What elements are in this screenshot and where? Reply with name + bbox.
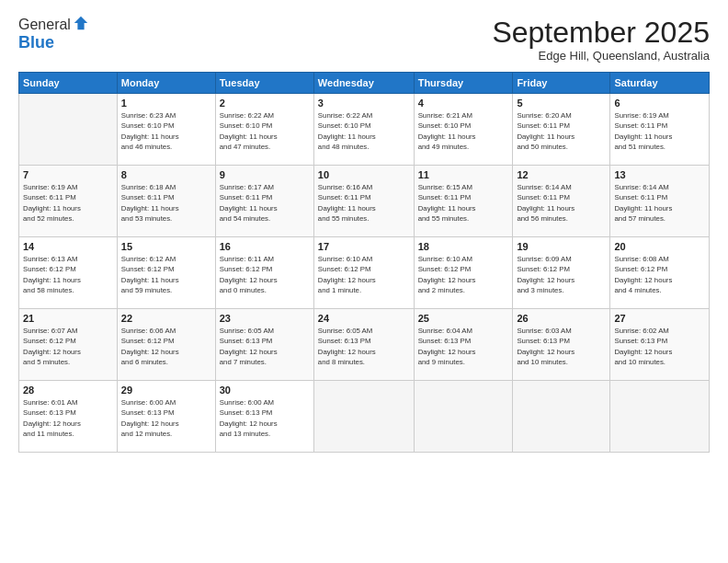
day-info: Sunrise: 6:07 AMSunset: 6:12 PMDaylight:… [23, 326, 113, 367]
header: General Blue September 2025 Edge Hill, Q… [18, 17, 710, 63]
day-info: Sunrise: 6:20 AMSunset: 6:11 PMDaylight:… [517, 110, 606, 152]
calendar-cell [19, 94, 118, 166]
day-number: 9 [220, 169, 310, 180]
day-number: 10 [318, 169, 410, 180]
day-number: 25 [418, 313, 509, 324]
week-row-1: 1Sunrise: 6:23 AMSunset: 6:10 PMDaylight… [19, 94, 710, 166]
calendar-cell: 17Sunrise: 6:10 AMSunset: 6:12 PMDayligh… [313, 237, 414, 309]
logo-general-text: General [18, 17, 71, 33]
calendar-cell: 23Sunrise: 6:05 AMSunset: 6:13 PMDayligh… [215, 309, 313, 381]
day-number: 24 [318, 313, 410, 324]
calendar-cell: 27Sunrise: 6:02 AMSunset: 6:13 PMDayligh… [610, 309, 710, 381]
day-info: Sunrise: 6:19 AMSunset: 6:11 PMDaylight:… [614, 110, 705, 152]
day-number: 30 [220, 385, 310, 396]
day-number: 12 [517, 169, 606, 180]
day-number: 6 [614, 98, 705, 109]
day-number: 19 [517, 241, 606, 252]
weekday-header-thursday: Thursday [414, 73, 513, 94]
day-number: 14 [23, 241, 113, 252]
calendar-cell: 18Sunrise: 6:10 AMSunset: 6:12 PMDayligh… [414, 237, 513, 309]
day-number: 3 [318, 98, 410, 109]
weekday-header-saturday: Saturday [610, 73, 710, 94]
calendar-table: SundayMondayTuesdayWednesdayThursdayFrid… [18, 72, 710, 453]
day-number: 7 [23, 169, 113, 180]
calendar-cell [313, 381, 414, 453]
day-number: 16 [220, 241, 310, 252]
calendar-cell: 16Sunrise: 6:11 AMSunset: 6:12 PMDayligh… [215, 237, 313, 309]
week-row-3: 14Sunrise: 6:13 AMSunset: 6:12 PMDayligh… [19, 237, 710, 309]
calendar-cell: 15Sunrise: 6:12 AMSunset: 6:12 PMDayligh… [117, 237, 215, 309]
day-number: 21 [23, 313, 113, 324]
day-info: Sunrise: 6:18 AMSunset: 6:11 PMDaylight:… [121, 182, 211, 224]
day-info: Sunrise: 6:14 AMSunset: 6:11 PMDaylight:… [614, 182, 705, 224]
day-info: Sunrise: 6:21 AMSunset: 6:10 PMDaylight:… [418, 110, 509, 152]
weekday-header-row: SundayMondayTuesdayWednesdayThursdayFrid… [19, 73, 710, 94]
day-number: 8 [121, 169, 211, 180]
logo-icon [73, 15, 89, 31]
weekday-header-friday: Friday [513, 73, 610, 94]
weekday-header-monday: Monday [117, 73, 215, 94]
day-number: 18 [418, 241, 509, 252]
day-number: 2 [220, 98, 310, 109]
day-info: Sunrise: 6:00 AMSunset: 6:13 PMDaylight:… [220, 397, 310, 439]
calendar-cell: 24Sunrise: 6:05 AMSunset: 6:13 PMDayligh… [313, 309, 414, 381]
calendar-cell: 19Sunrise: 6:09 AMSunset: 6:12 PMDayligh… [513, 237, 610, 309]
day-info: Sunrise: 6:12 AMSunset: 6:12 PMDaylight:… [121, 254, 211, 295]
calendar-cell [414, 381, 513, 453]
calendar-cell: 12Sunrise: 6:14 AMSunset: 6:11 PMDayligh… [513, 166, 610, 237]
calendar-cell: 2Sunrise: 6:22 AMSunset: 6:10 PMDaylight… [215, 94, 313, 166]
calendar-cell: 13Sunrise: 6:14 AMSunset: 6:11 PMDayligh… [610, 166, 710, 237]
calendar-cell: 5Sunrise: 6:20 AMSunset: 6:11 PMDaylight… [513, 94, 610, 166]
logo-blue-text: Blue [18, 33, 54, 52]
day-info: Sunrise: 6:02 AMSunset: 6:13 PMDaylight:… [614, 326, 705, 367]
day-info: Sunrise: 6:08 AMSunset: 6:12 PMDaylight:… [614, 254, 705, 295]
day-info: Sunrise: 6:22 AMSunset: 6:10 PMDaylight:… [220, 110, 310, 152]
calendar-cell [610, 381, 710, 453]
calendar-cell: 26Sunrise: 6:03 AMSunset: 6:13 PMDayligh… [513, 309, 610, 381]
calendar-cell: 25Sunrise: 6:04 AMSunset: 6:13 PMDayligh… [414, 309, 513, 381]
day-info: Sunrise: 6:10 AMSunset: 6:12 PMDaylight:… [318, 254, 410, 295]
day-number: 20 [614, 241, 705, 252]
calendar-cell: 21Sunrise: 6:07 AMSunset: 6:12 PMDayligh… [19, 309, 118, 381]
day-number: 28 [23, 385, 113, 396]
day-info: Sunrise: 6:04 AMSunset: 6:13 PMDaylight:… [418, 326, 509, 367]
day-info: Sunrise: 6:22 AMSunset: 6:10 PMDaylight:… [318, 110, 410, 152]
week-row-5: 28Sunrise: 6:01 AMSunset: 6:13 PMDayligh… [19, 381, 710, 453]
calendar-cell: 14Sunrise: 6:13 AMSunset: 6:12 PMDayligh… [19, 237, 118, 309]
day-info: Sunrise: 6:16 AMSunset: 6:11 PMDaylight:… [318, 182, 410, 224]
day-number: 26 [517, 313, 606, 324]
day-info: Sunrise: 6:14 AMSunset: 6:11 PMDaylight:… [517, 182, 606, 224]
day-info: Sunrise: 6:19 AMSunset: 6:11 PMDaylight:… [23, 182, 113, 224]
week-row-4: 21Sunrise: 6:07 AMSunset: 6:12 PMDayligh… [19, 309, 710, 381]
calendar-cell: 7Sunrise: 6:19 AMSunset: 6:11 PMDaylight… [19, 166, 118, 237]
day-info: Sunrise: 6:23 AMSunset: 6:10 PMDaylight:… [121, 110, 211, 152]
day-info: Sunrise: 6:03 AMSunset: 6:13 PMDaylight:… [517, 326, 606, 367]
calendar-cell: 28Sunrise: 6:01 AMSunset: 6:13 PMDayligh… [19, 381, 118, 453]
day-info: Sunrise: 6:06 AMSunset: 6:12 PMDaylight:… [121, 326, 211, 367]
calendar-cell: 6Sunrise: 6:19 AMSunset: 6:11 PMDaylight… [610, 94, 710, 166]
week-row-2: 7Sunrise: 6:19 AMSunset: 6:11 PMDaylight… [19, 166, 710, 237]
weekday-header-wednesday: Wednesday [313, 73, 414, 94]
calendar-cell: 20Sunrise: 6:08 AMSunset: 6:12 PMDayligh… [610, 237, 710, 309]
day-info: Sunrise: 6:15 AMSunset: 6:11 PMDaylight:… [418, 182, 509, 224]
month-title: September 2025 [492, 17, 710, 49]
calendar-cell: 9Sunrise: 6:17 AMSunset: 6:11 PMDaylight… [215, 166, 313, 237]
svg-marker-0 [74, 17, 87, 29]
calendar-cell [513, 381, 610, 453]
day-info: Sunrise: 6:11 AMSunset: 6:12 PMDaylight:… [220, 254, 310, 295]
location: Edge Hill, Queensland, Australia [492, 49, 710, 63]
day-number: 1 [121, 98, 211, 109]
day-number: 23 [220, 313, 310, 324]
day-number: 4 [418, 98, 509, 109]
day-number: 11 [418, 169, 509, 180]
day-info: Sunrise: 6:17 AMSunset: 6:11 PMDaylight:… [220, 182, 310, 224]
calendar-cell: 4Sunrise: 6:21 AMSunset: 6:10 PMDaylight… [414, 94, 513, 166]
day-number: 15 [121, 241, 211, 252]
calendar-cell: 3Sunrise: 6:22 AMSunset: 6:10 PMDaylight… [313, 94, 414, 166]
day-info: Sunrise: 6:13 AMSunset: 6:12 PMDaylight:… [23, 254, 113, 295]
day-number: 5 [517, 98, 606, 109]
calendar-cell: 30Sunrise: 6:00 AMSunset: 6:13 PMDayligh… [215, 381, 313, 453]
weekday-header-tuesday: Tuesday [215, 73, 313, 94]
calendar-cell: 10Sunrise: 6:16 AMSunset: 6:11 PMDayligh… [313, 166, 414, 237]
weekday-header-sunday: Sunday [19, 73, 118, 94]
